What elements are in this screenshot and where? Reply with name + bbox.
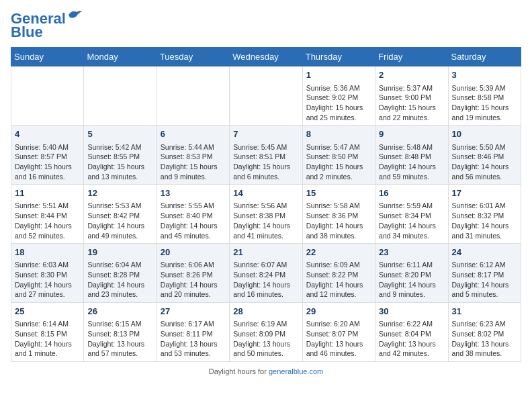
day-info: Sunrise: 5:40 AM Sunset: 8:57 PM Dayligh…	[15, 142, 80, 182]
calendar-cell: 15Sunrise: 5:58 AM Sunset: 8:36 PM Dayli…	[302, 185, 375, 244]
day-info: Sunrise: 5:42 AM Sunset: 8:55 PM Dayligh…	[87, 142, 152, 182]
day-info: Sunrise: 6:19 AM Sunset: 8:09 PM Dayligh…	[233, 319, 298, 359]
calendar-cell: 2Sunrise: 5:37 AM Sunset: 9:00 PM Daylig…	[375, 66, 448, 126]
calendar-header-monday: Monday	[84, 48, 157, 66]
calendar-cell: 4Sunrise: 5:40 AM Sunset: 8:57 PM Daylig…	[11, 126, 84, 185]
calendar-cell	[157, 66, 229, 126]
day-number: 17	[452, 187, 517, 199]
calendar-cell: 14Sunrise: 5:56 AM Sunset: 8:38 PM Dayli…	[230, 185, 302, 244]
calendar-week-4: 18Sunrise: 6:03 AM Sunset: 8:30 PM Dayli…	[11, 244, 521, 303]
day-info: Sunrise: 6:04 AM Sunset: 8:28 PM Dayligh…	[87, 260, 152, 300]
day-number: 2	[379, 69, 444, 81]
day-number: 29	[306, 306, 371, 318]
calendar-header-wednesday: Wednesday	[230, 48, 302, 66]
day-number: 12	[87, 187, 152, 199]
day-info: Sunrise: 6:01 AM Sunset: 8:32 PM Dayligh…	[452, 201, 517, 240]
day-number: 24	[452, 246, 517, 259]
calendar-week-1: 1Sunrise: 5:36 AM Sunset: 9:02 PM Daylig…	[11, 66, 521, 126]
calendar-cell: 17Sunrise: 6:01 AM Sunset: 8:32 PM Dayli…	[448, 185, 521, 244]
day-number: 31	[452, 306, 517, 318]
day-number: 15	[306, 187, 371, 199]
day-info: Sunrise: 6:11 AM Sunset: 8:20 PM Dayligh…	[379, 260, 444, 300]
day-info: Sunrise: 5:51 AM Sunset: 8:44 PM Dayligh…	[15, 201, 80, 240]
day-info: Sunrise: 5:47 AM Sunset: 8:50 PM Dayligh…	[306, 142, 371, 182]
day-number: 4	[15, 128, 80, 140]
calendar-cell: 5Sunrise: 5:42 AM Sunset: 8:55 PM Daylig…	[84, 126, 157, 185]
calendar-cell: 12Sunrise: 5:53 AM Sunset: 8:42 PM Dayli…	[84, 185, 157, 244]
day-number: 6	[161, 128, 226, 140]
day-info: Sunrise: 5:48 AM Sunset: 8:48 PM Dayligh…	[379, 142, 444, 182]
footer-link[interactable]: generalblue.com	[269, 367, 323, 375]
day-number: 5	[87, 128, 152, 140]
day-number: 25	[15, 306, 80, 318]
day-number: 20	[161, 246, 226, 259]
day-info: Sunrise: 5:37 AM Sunset: 9:00 PM Dayligh…	[379, 83, 444, 123]
footer: Daylight hours for generalblue.com	[11, 367, 521, 375]
day-number: 28	[233, 306, 298, 318]
logo: General Blue	[11, 11, 82, 40]
day-info: Sunrise: 5:50 AM Sunset: 8:46 PM Dayligh…	[452, 142, 517, 182]
calendar-header-friday: Friday	[375, 48, 448, 66]
day-number: 22	[306, 246, 371, 259]
calendar-cell: 26Sunrise: 6:15 AM Sunset: 8:13 PM Dayli…	[84, 303, 157, 362]
calendar-cell: 11Sunrise: 5:51 AM Sunset: 8:44 PM Dayli…	[11, 185, 84, 244]
day-number: 11	[15, 187, 80, 199]
day-number: 26	[87, 306, 152, 318]
calendar-header-row: SundayMondayTuesdayWednesdayThursdayFrid…	[11, 48, 521, 66]
calendar-cell: 1Sunrise: 5:36 AM Sunset: 9:02 PM Daylig…	[302, 66, 375, 126]
day-info: Sunrise: 5:59 AM Sunset: 8:34 PM Dayligh…	[379, 201, 444, 240]
day-number: 23	[379, 246, 444, 259]
calendar-cell: 25Sunrise: 6:14 AM Sunset: 8:15 PM Dayli…	[11, 303, 84, 362]
day-number: 14	[233, 187, 298, 199]
day-info: Sunrise: 6:03 AM Sunset: 8:30 PM Dayligh…	[15, 260, 80, 300]
day-info: Sunrise: 5:53 AM Sunset: 8:42 PM Dayligh…	[87, 201, 152, 240]
day-info: Sunrise: 5:36 AM Sunset: 9:02 PM Dayligh…	[306, 83, 371, 123]
calendar-cell: 9Sunrise: 5:48 AM Sunset: 8:48 PM Daylig…	[375, 126, 448, 185]
calendar-header-tuesday: Tuesday	[157, 48, 229, 66]
calendar-cell: 6Sunrise: 5:44 AM Sunset: 8:53 PM Daylig…	[157, 126, 229, 185]
day-info: Sunrise: 6:23 AM Sunset: 8:02 PM Dayligh…	[452, 319, 517, 359]
calendar-cell: 28Sunrise: 6:19 AM Sunset: 8:09 PM Dayli…	[230, 303, 302, 362]
day-info: Sunrise: 5:45 AM Sunset: 8:51 PM Dayligh…	[233, 142, 298, 182]
day-info: Sunrise: 6:22 AM Sunset: 8:04 PM Dayligh…	[379, 319, 444, 359]
day-info: Sunrise: 6:20 AM Sunset: 8:07 PM Dayligh…	[306, 319, 371, 359]
day-info: Sunrise: 6:09 AM Sunset: 8:22 PM Dayligh…	[306, 260, 371, 300]
calendar-header-saturday: Saturday	[448, 48, 521, 66]
calendar-cell: 22Sunrise: 6:09 AM Sunset: 8:22 PM Dayli…	[302, 244, 375, 303]
calendar-cell: 30Sunrise: 6:22 AM Sunset: 8:04 PM Dayli…	[375, 303, 448, 362]
calendar-cell: 24Sunrise: 6:12 AM Sunset: 8:17 PM Dayli…	[448, 244, 521, 303]
day-info: Sunrise: 5:39 AM Sunset: 8:58 PM Dayligh…	[452, 83, 517, 123]
calendar-cell: 3Sunrise: 5:39 AM Sunset: 8:58 PM Daylig…	[448, 66, 521, 126]
calendar-cell: 21Sunrise: 6:07 AM Sunset: 8:24 PM Dayli…	[230, 244, 302, 303]
calendar-cell	[230, 66, 302, 126]
day-number: 30	[379, 306, 444, 318]
day-number: 21	[233, 246, 298, 259]
calendar-cell: 16Sunrise: 5:59 AM Sunset: 8:34 PM Dayli…	[375, 185, 448, 244]
day-number: 13	[161, 187, 226, 199]
day-info: Sunrise: 5:44 AM Sunset: 8:53 PM Dayligh…	[161, 142, 226, 182]
calendar-cell: 10Sunrise: 5:50 AM Sunset: 8:46 PM Dayli…	[448, 126, 521, 185]
day-number: 8	[306, 128, 371, 140]
day-number: 10	[452, 128, 517, 140]
page-header: General Blue	[11, 11, 521, 40]
day-info: Sunrise: 6:06 AM Sunset: 8:26 PM Dayligh…	[161, 260, 226, 300]
calendar-cell: 7Sunrise: 5:45 AM Sunset: 8:51 PM Daylig…	[230, 126, 302, 185]
calendar-header-thursday: Thursday	[302, 48, 375, 66]
calendar-week-3: 11Sunrise: 5:51 AM Sunset: 8:44 PM Dayli…	[11, 185, 521, 244]
calendar-table: SundayMondayTuesdayWednesdayThursdayFrid…	[11, 47, 521, 362]
day-number: 1	[306, 69, 371, 81]
day-number: 16	[379, 187, 444, 199]
calendar-cell	[84, 66, 157, 126]
calendar-week-5: 25Sunrise: 6:14 AM Sunset: 8:15 PM Dayli…	[11, 303, 521, 362]
calendar-cell: 8Sunrise: 5:47 AM Sunset: 8:50 PM Daylig…	[302, 126, 375, 185]
day-info: Sunrise: 6:07 AM Sunset: 8:24 PM Dayligh…	[233, 260, 298, 300]
day-number: 27	[161, 306, 226, 318]
day-info: Sunrise: 6:12 AM Sunset: 8:17 PM Dayligh…	[452, 260, 517, 300]
calendar-cell: 27Sunrise: 6:17 AM Sunset: 8:11 PM Dayli…	[157, 303, 229, 362]
day-info: Sunrise: 5:58 AM Sunset: 8:36 PM Dayligh…	[306, 201, 371, 240]
day-info: Sunrise: 6:14 AM Sunset: 8:15 PM Dayligh…	[15, 319, 80, 359]
day-number: 9	[379, 128, 444, 140]
day-number: 18	[15, 246, 80, 259]
bird-icon	[67, 9, 82, 21]
day-info: Sunrise: 6:15 AM Sunset: 8:13 PM Dayligh…	[87, 319, 152, 359]
